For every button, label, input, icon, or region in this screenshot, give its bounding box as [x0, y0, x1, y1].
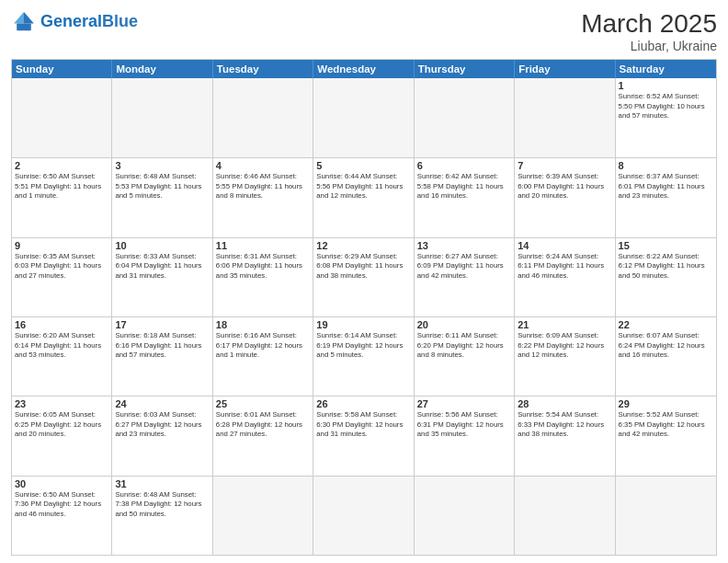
calendar-header: Sunday Monday Tuesday Wednesday Thursday… [12, 60, 716, 78]
day-number: 9 [15, 240, 108, 251]
day-info: Sunrise: 6:09 AM Sunset: 6:22 PM Dayligh… [518, 331, 611, 361]
cal-cell-3-3: 19Sunrise: 6:14 AM Sunset: 6:19 PM Dayli… [313, 317, 414, 396]
day-info: Sunrise: 6:29 AM Sunset: 6:08 PM Dayligh… [316, 252, 410, 282]
day-info: Sunrise: 6:22 AM Sunset: 6:12 PM Dayligh… [619, 252, 713, 282]
day-number: 3 [115, 160, 209, 171]
day-number: 25 [216, 398, 310, 409]
day-info: Sunrise: 6:31 AM Sunset: 6:06 PM Dayligh… [216, 252, 310, 282]
day-number: 11 [216, 240, 310, 251]
cal-row-2: 9Sunrise: 6:35 AM Sunset: 6:03 PM Daylig… [12, 237, 716, 316]
header-friday: Friday [515, 60, 615, 78]
day-info: Sunrise: 5:56 AM Sunset: 6:31 PM Dayligh… [417, 410, 511, 440]
page: GeneralBlue March 2025 Liubar, Ukraine S… [0, 0, 728, 563]
day-info: Sunrise: 5:58 AM Sunset: 6:30 PM Dayligh… [316, 410, 410, 440]
header-sunday: Sunday [12, 60, 112, 78]
day-number: 13 [417, 240, 511, 251]
day-info: Sunrise: 6:11 AM Sunset: 6:20 PM Dayligh… [417, 331, 511, 361]
day-info: Sunrise: 6:44 AM Sunset: 5:56 PM Dayligh… [316, 172, 410, 201]
day-info: Sunrise: 6:48 AM Sunset: 7:38 PM Dayligh… [115, 490, 209, 520]
day-number: 21 [518, 319, 611, 330]
header-thursday: Thursday [415, 60, 515, 78]
cal-cell-0-3 [313, 78, 414, 157]
cal-cell-0-2 [213, 78, 313, 157]
cal-cell-2-3: 12Sunrise: 6:29 AM Sunset: 6:08 PM Dayli… [313, 238, 414, 316]
day-info: Sunrise: 6:46 AM Sunset: 5:55 PM Dayligh… [216, 172, 310, 201]
cal-cell-2-0: 9Sunrise: 6:35 AM Sunset: 6:03 PM Daylig… [12, 238, 112, 316]
subtitle: Liubar, Ukraine [581, 39, 717, 53]
day-info: Sunrise: 6:16 AM Sunset: 6:17 PM Dayligh… [216, 331, 310, 361]
cal-cell-4-3: 26Sunrise: 5:58 AM Sunset: 6:30 PM Dayli… [313, 396, 414, 475]
day-info: Sunrise: 6:27 AM Sunset: 6:09 PM Dayligh… [417, 252, 511, 282]
day-number: 2 [15, 160, 108, 171]
day-number: 26 [316, 398, 410, 409]
calendar: Sunday Monday Tuesday Wednesday Thursday… [11, 59, 717, 556]
day-info: Sunrise: 6:42 AM Sunset: 5:58 PM Dayligh… [417, 172, 511, 201]
cal-cell-4-5: 28Sunrise: 5:54 AM Sunset: 6:33 PM Dayli… [515, 396, 615, 475]
cal-cell-5-6 [616, 477, 716, 555]
cal-cell-1-5: 7Sunrise: 6:39 AM Sunset: 6:00 PM Daylig… [515, 158, 615, 236]
day-number: 28 [518, 398, 611, 409]
day-number: 14 [518, 240, 611, 251]
cal-cell-0-1 [112, 78, 212, 157]
day-info: Sunrise: 6:39 AM Sunset: 6:00 PM Dayligh… [518, 172, 611, 201]
logo-text: GeneralBlue [40, 13, 138, 31]
day-number: 23 [15, 398, 108, 409]
day-info: Sunrise: 6:50 AM Sunset: 5:51 PM Dayligh… [15, 172, 108, 201]
day-info: Sunrise: 6:52 AM Sunset: 5:50 PM Dayligh… [619, 92, 713, 121]
day-number: 7 [518, 160, 611, 171]
cal-cell-1-0: 2Sunrise: 6:50 AM Sunset: 5:51 PM Daylig… [12, 158, 112, 236]
cal-cell-3-1: 17Sunrise: 6:18 AM Sunset: 6:16 PM Dayli… [112, 317, 212, 396]
cal-cell-1-6: 8Sunrise: 6:37 AM Sunset: 6:01 PM Daylig… [616, 158, 716, 236]
logo-blue: Blue [102, 12, 138, 30]
cal-cell-0-0 [12, 78, 112, 157]
cal-cell-5-4 [415, 477, 515, 555]
cal-cell-1-1: 3Sunrise: 6:48 AM Sunset: 5:53 PM Daylig… [112, 158, 212, 236]
cal-cell-2-4: 13Sunrise: 6:27 AM Sunset: 6:09 PM Dayli… [415, 238, 515, 316]
day-number: 12 [316, 240, 410, 251]
day-number: 30 [15, 478, 108, 489]
day-number: 6 [417, 160, 511, 171]
header-monday: Monday [112, 60, 212, 78]
cal-cell-2-6: 15Sunrise: 6:22 AM Sunset: 6:12 PM Dayli… [616, 238, 716, 316]
cal-cell-5-0: 30Sunrise: 6:50 AM Sunset: 7:36 PM Dayli… [12, 477, 112, 555]
cal-cell-5-5 [515, 477, 615, 555]
day-info: Sunrise: 6:18 AM Sunset: 6:16 PM Dayligh… [115, 331, 209, 361]
day-number: 22 [619, 319, 713, 330]
day-number: 8 [619, 160, 713, 171]
cal-cell-3-2: 18Sunrise: 6:16 AM Sunset: 6:17 PM Dayli… [213, 317, 313, 396]
day-number: 27 [417, 398, 511, 409]
day-number: 10 [115, 240, 209, 251]
svg-rect-2 [17, 24, 31, 31]
cal-row-3: 16Sunrise: 6:20 AM Sunset: 6:14 PM Dayli… [12, 316, 716, 396]
cal-cell-0-6: 1Sunrise: 6:52 AM Sunset: 5:50 PM Daylig… [616, 78, 716, 157]
month-title: March 2025 [581, 9, 717, 39]
day-number: 18 [216, 319, 310, 330]
day-info: Sunrise: 6:37 AM Sunset: 6:01 PM Dayligh… [619, 172, 713, 201]
cal-cell-4-2: 25Sunrise: 6:01 AM Sunset: 6:28 PM Dayli… [213, 396, 313, 475]
cal-cell-0-5 [515, 78, 615, 157]
cal-cell-1-4: 6Sunrise: 6:42 AM Sunset: 5:58 PM Daylig… [415, 158, 515, 236]
day-number: 17 [115, 319, 209, 330]
cal-row-0: 1Sunrise: 6:52 AM Sunset: 5:50 PM Daylig… [12, 78, 716, 157]
header-tuesday: Tuesday [213, 60, 313, 78]
day-number: 1 [619, 80, 713, 91]
cal-cell-3-6: 22Sunrise: 6:07 AM Sunset: 6:24 PM Dayli… [616, 317, 716, 396]
day-info: Sunrise: 5:54 AM Sunset: 6:33 PM Dayligh… [518, 410, 611, 440]
day-info: Sunrise: 6:01 AM Sunset: 6:28 PM Dayligh… [216, 410, 310, 440]
title-area: March 2025 Liubar, Ukraine [581, 9, 717, 53]
cal-row-1: 2Sunrise: 6:50 AM Sunset: 5:51 PM Daylig… [12, 157, 716, 236]
cal-cell-4-6: 29Sunrise: 5:52 AM Sunset: 6:35 PM Dayli… [616, 396, 716, 475]
day-info: Sunrise: 6:14 AM Sunset: 6:19 PM Dayligh… [316, 331, 410, 361]
cal-cell-3-5: 21Sunrise: 6:09 AM Sunset: 6:22 PM Dayli… [515, 317, 615, 396]
day-info: Sunrise: 6:35 AM Sunset: 6:03 PM Dayligh… [15, 252, 108, 282]
day-number: 15 [619, 240, 713, 251]
cal-row-5: 30Sunrise: 6:50 AM Sunset: 7:36 PM Dayli… [12, 476, 716, 555]
cal-cell-4-1: 24Sunrise: 6:03 AM Sunset: 6:27 PM Dayli… [112, 396, 212, 475]
day-number: 20 [417, 319, 511, 330]
cal-cell-2-2: 11Sunrise: 6:31 AM Sunset: 6:06 PM Dayli… [213, 238, 313, 316]
day-number: 19 [316, 319, 410, 330]
cal-cell-4-0: 23Sunrise: 6:05 AM Sunset: 6:25 PM Dayli… [12, 396, 112, 475]
svg-marker-0 [24, 12, 34, 23]
day-info: Sunrise: 6:05 AM Sunset: 6:25 PM Dayligh… [15, 410, 108, 440]
day-info: Sunrise: 6:33 AM Sunset: 6:04 PM Dayligh… [115, 252, 209, 282]
